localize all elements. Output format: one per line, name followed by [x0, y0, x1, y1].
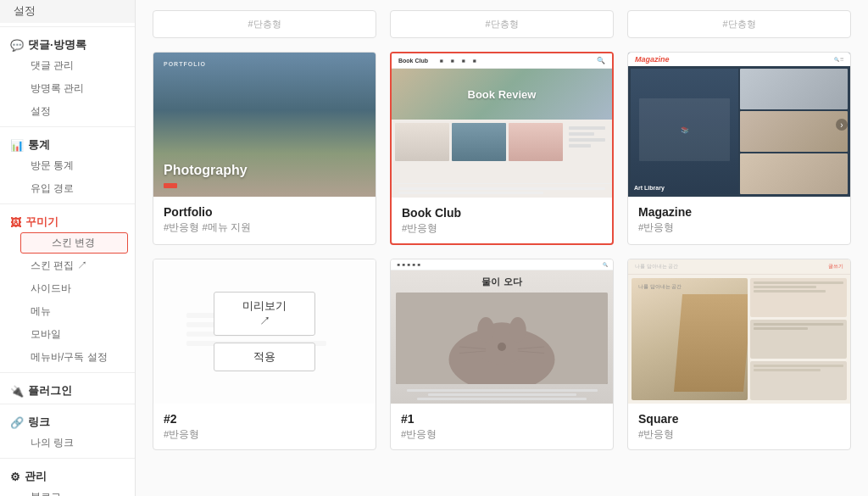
bc-logo: Book Club: [398, 58, 428, 64]
theme-card-square[interactable]: 나를 담아내는 공간 글쓰기 나를 담아내는 공간: [627, 259, 851, 450]
sidebar-section-header-decorate[interactable]: 🖼 꾸미기: [0, 208, 135, 231]
comments-title: 댓글·방명록: [28, 37, 86, 53]
top-card-3: #단층형: [627, 10, 851, 38]
card-info-portfolio: Portfolio #반응형 #메뉴 지원: [153, 197, 376, 242]
card-preview-portfolio: Photography: [153, 53, 376, 197]
sidebar-item-sidebar[interactable]: 사이드바: [0, 277, 135, 300]
preview-photography: Photography: [153, 53, 376, 197]
sidebar-item-comment-manage[interactable]: 댓글 관리: [0, 54, 135, 77]
card-title-magazine: Magazine: [638, 205, 840, 219]
theme-card-magazine[interactable]: Magazine 🔍 ☰ 📚 Art Library: [627, 52, 851, 245]
manage-title: 관리: [25, 469, 47, 484]
divider: [0, 404, 135, 404]
card-title-square: Square: [638, 412, 840, 426]
sidebar-section-decorate: 🖼 꾸미기 스킨 변경 스킨 편집 ↗ 사이드바 메뉴 모바일 메뉴바/구독 설…: [0, 208, 135, 369]
sidebar: 설정 💬 댓글·방명록 댓글 관리 방명록 관리 설정 📊 통계 방문 통계 유…: [0, 0, 136, 496]
card-tags-square: #반응형: [638, 428, 840, 441]
card-info-magazine: Magazine #반응형: [628, 197, 850, 242]
card-info-num2: #2 #반응형: [153, 404, 376, 449]
theme-card-num2[interactable]: 미리보기 ↗ 적용 #2 #반응형: [153, 259, 376, 450]
sidebar-item-guestbook-manage[interactable]: 방명록 관리: [0, 77, 135, 100]
card-preview-square: 나를 담아내는 공간 글쓰기 나를 담아내는 공간: [628, 259, 850, 404]
bc-thumb-1: [395, 123, 449, 161]
sidebar-item-menubar[interactable]: 메뉴바/구독 설정: [0, 346, 135, 369]
top-row: #단층형 #단층형 #단층형: [153, 10, 851, 38]
preview-button[interactable]: 미리보기 ↗: [214, 292, 315, 336]
art-library-text: Art Library: [634, 185, 665, 191]
sidebar-section-header-links[interactable]: 🔗 링크: [0, 408, 135, 432]
sidebar-item-comment-settings[interactable]: 설정: [0, 100, 135, 123]
card-preview-magazine: Magazine 🔍 ☰ 📚 Art Library: [628, 53, 850, 197]
bc-hero: Book Review: [392, 69, 612, 120]
bc-right-col: [565, 123, 609, 180]
preview-magazine: Magazine 🔍 ☰ 📚 Art Library: [628, 53, 850, 197]
divider: [0, 26, 135, 27]
stats-icon: 📊: [10, 139, 24, 152]
preview-num1: ◾◾◾◾◾ 🔍 물이 오다: [391, 259, 613, 404]
decorate-icon: 🖼: [10, 216, 21, 229]
sidebar-item-my-links[interactable]: 나의 링크: [0, 432, 135, 454]
sidebar-section-comments: 💬 댓글·방명록 댓글 관리 방명록 관리 설정: [0, 31, 135, 123]
mag-main-img: 📚 Art Library: [631, 69, 738, 194]
mag-logo: Magazine: [635, 55, 670, 64]
top-card-1: #단층형: [153, 10, 376, 38]
divider: [0, 458, 135, 459]
svg-point-3: [477, 317, 494, 343]
card-tags-num1: #반응형: [401, 428, 603, 441]
top-card-2: #단층형: [390, 10, 614, 38]
card-title-num2: #2: [164, 412, 365, 426]
theme-card-bookclub[interactable]: Book Club ◾◾◾◾ 🔍 Book Review: [390, 52, 614, 245]
theme-card-num1[interactable]: ◾◾◾◾◾ 🔍 물이 오다: [390, 259, 614, 450]
card-info-num1: #1 #반응형: [391, 404, 613, 449]
mag-right: [740, 69, 848, 194]
card-title-portfolio: Portfolio: [164, 205, 365, 219]
card-preview-num2: 미리보기 ↗ 적용: [153, 259, 376, 404]
plugins-title: 플러그인: [28, 383, 72, 398]
sidebar-item-skin-edit[interactable]: 스킨 편집 ↗: [0, 254, 135, 277]
apply-button[interactable]: 적용: [214, 343, 315, 371]
card-tags-num2: #반응형: [164, 428, 365, 441]
sidebar-section-header-manage[interactable]: ⚙ 관리: [0, 462, 135, 486]
links-title: 링크: [28, 415, 50, 430]
mag-thumb-1: [740, 69, 848, 109]
mag-thumb-2: [740, 111, 848, 152]
num1-text: [391, 386, 613, 404]
sidebar-section-header-comments[interactable]: 💬 댓글·방명록: [0, 31, 135, 54]
mag-body: 📚 Art Library: [628, 66, 850, 197]
card-info-square: Square #반응형: [628, 404, 850, 449]
sidebar-item-skin-change[interactable]: 스킨 변경: [20, 232, 128, 254]
theme-card-portfolio[interactable]: Photography Portfolio #반응형 #메뉴 지원: [153, 52, 376, 245]
main-content: #단층형 #단층형 #단층형 Photography Portfolio #반응…: [136, 0, 868, 496]
bc-thumb-3: [509, 123, 563, 161]
sidebar-item-visit-stats[interactable]: 방문 통계: [0, 154, 135, 177]
sidebar-section-header-stats[interactable]: 📊 통계: [0, 131, 135, 154]
stats-title: 통계: [28, 137, 50, 153]
divider: [0, 372, 135, 373]
bc-header: Book Club ◾◾◾◾ 🔍: [392, 53, 612, 69]
num1-title: 물이 오다: [391, 270, 613, 291]
sidebar-item-settings[interactable]: 설정: [0, 0, 135, 23]
svg-point-4: [509, 317, 526, 343]
decorate-title: 꾸미기: [25, 215, 58, 230]
sidebar-section-plugins: 🔌 플러그인: [0, 376, 135, 400]
photography-btn: [164, 183, 177, 188]
theme-grid: Photography Portfolio #반응형 #메뉴 지원 Book C…: [153, 52, 851, 450]
sidebar-section-links: 🔗 링크 나의 링크: [0, 408, 135, 454]
card-tags-magazine: #반응형: [638, 221, 840, 234]
bc-nav: ◾◾◾◾: [438, 58, 477, 64]
preview-square: 나를 담아내는 공간 글쓰기 나를 담아내는 공간: [628, 259, 850, 404]
sidebar-item-menu[interactable]: 메뉴: [0, 300, 135, 323]
sidebar-item-mobile[interactable]: 모바일: [0, 323, 135, 346]
photography-title: Photography: [164, 163, 365, 178]
mag-header: Magazine 🔍 ☰: [628, 53, 850, 66]
bc-thumb-2: [452, 123, 506, 161]
links-icon: 🔗: [10, 416, 24, 429]
card-title-bookclub: Book Club: [402, 206, 602, 220]
plugins-icon: 🔌: [10, 385, 24, 398]
sidebar-item-inflow[interactable]: 유입 경로: [0, 177, 135, 200]
manage-icon: ⚙: [10, 471, 20, 483]
sidebar-section-header-plugins[interactable]: 🔌 플러그인: [0, 376, 135, 400]
sidebar-item-blog-manage[interactable]: 블로그: [0, 486, 135, 496]
chevron-right-icon[interactable]: ›: [836, 119, 848, 131]
sq-header: 나를 담아내는 공간 글쓰기: [628, 259, 850, 275]
